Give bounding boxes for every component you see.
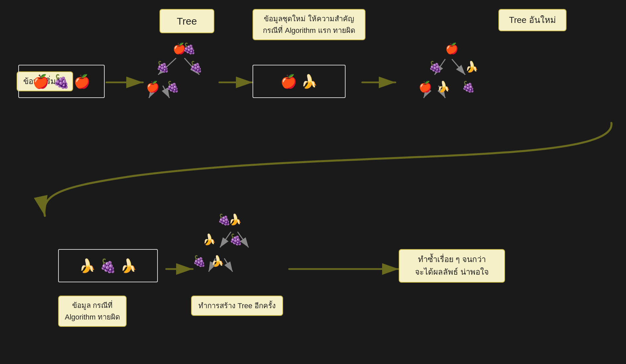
banana-wrong-1: 🍌 bbox=[79, 259, 96, 272]
svg-line-12 bbox=[452, 59, 465, 75]
apple-2: 🍎 bbox=[74, 75, 90, 88]
banana-new: 🍌 bbox=[301, 75, 318, 88]
svg-line-18 bbox=[224, 258, 233, 272]
wrong-data-fruit-box: 🍌 🍇 🍌 bbox=[58, 249, 158, 282]
build-tree-again-label: ทำการสร้าง Tree อีกครั้ง bbox=[191, 296, 283, 316]
grape-wrong: 🍇 bbox=[100, 259, 116, 272]
banana-wrong-2: 🍌 bbox=[120, 259, 137, 272]
tree-label: Tree bbox=[159, 9, 214, 33]
new-data-fruit-box: 🍎 🍌 bbox=[253, 65, 346, 98]
apple-1: 🍎 bbox=[33, 75, 49, 88]
wrong-data-label: ข้อมูล กรณีที่ Algorithm ทายผิด bbox=[58, 296, 127, 327]
repeat-until-label: ทำซ้ำเรื่อย ๆ จนกว่า จะได้ผลลัพธ์ น่าพอใ… bbox=[399, 249, 505, 283]
grape-1: 🍇 bbox=[53, 75, 70, 88]
new-tree-label: Tree อันใหม่ bbox=[498, 9, 567, 31]
apple-new: 🍎 bbox=[280, 75, 297, 88]
initial-fruit-box: 🍎 🍇 🍎 bbox=[18, 65, 105, 98]
new-data-desc-label: ข้อมูลชุดใหม่ ให้ความสำคัญ กรณีที่ Algor… bbox=[253, 9, 365, 40]
